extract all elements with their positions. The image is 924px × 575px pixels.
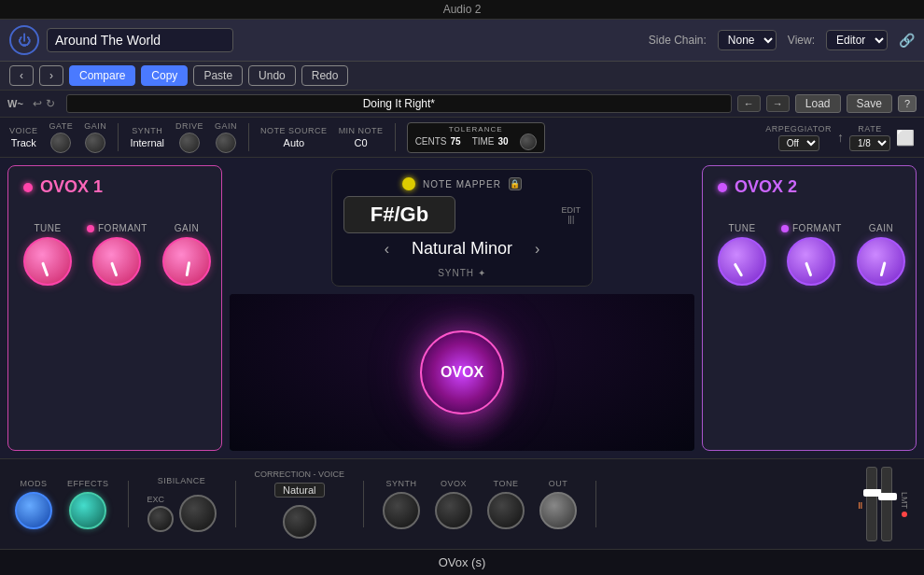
plugin-main: OVOX 1 TUNE FORMANT [0, 158, 924, 549]
out-label: OUT [549, 479, 568, 488]
fader-track [866, 467, 877, 541]
save-button[interactable]: Save [847, 94, 892, 113]
ovox1-led[interactable] [23, 183, 33, 192]
level-indicator: || [859, 500, 862, 509]
out-knob[interactable] [539, 492, 577, 529]
ovox1-panel: OVOX 1 TUNE FORMANT [7, 165, 222, 451]
synth-bottom-knob[interactable] [383, 492, 420, 529]
waves-toolbar: W~ ↩ ↻ ← → Load Save ? [0, 91, 924, 118]
arp-select[interactable]: Off [778, 135, 819, 151]
view-select[interactable]: Editor [826, 30, 888, 50]
ovox2-title: OVOX 2 [735, 177, 797, 197]
prev-preset-button[interactable]: ← [737, 95, 761, 112]
mods-knob[interactable] [15, 492, 52, 529]
redo-button[interactable]: Redo [301, 65, 349, 86]
tone-knob[interactable] [487, 492, 525, 529]
mods-label: MODS [21, 479, 48, 488]
copy-button[interactable]: Copy [141, 65, 188, 86]
waves-logo: W~ [7, 98, 23, 109]
footer: OVox (s) [0, 549, 924, 575]
params-bar: VOICE Track GATE GAIN SYNTH Internal DRI… [0, 118, 924, 158]
view-label: View: [788, 34, 815, 47]
lmt-led [902, 512, 907, 517]
note-mapper-area: NOTE MAPPER 🔒 F#/Gb EDIT||| ‹ Natural Mi… [331, 169, 593, 287]
rate-label: RATE [858, 124, 881, 133]
power-button[interactable]: ⏻ [9, 25, 39, 55]
note-mapper-led[interactable] [402, 177, 415, 190]
arp-up-icon[interactable]: ↑ [837, 130, 844, 145]
paste-button[interactable]: Paste [193, 65, 243, 86]
tolerance-knob[interactable] [520, 133, 537, 150]
synth-label-nm: SYNTH ✦ [438, 268, 486, 278]
preset-name-input[interactable] [66, 94, 732, 113]
gain2-knob[interactable] [216, 133, 236, 153]
ovox2-gain-knob[interactable] [857, 237, 905, 286]
load-button[interactable]: Load [795, 94, 841, 113]
ovox2-formant-led[interactable] [781, 225, 789, 232]
synth-label: SYNTH [132, 126, 162, 135]
ovox-bottom-knob[interactable] [435, 492, 472, 529]
min-note-value: C0 [355, 137, 368, 148]
fader-track-2 [881, 467, 892, 541]
correction-value: Natural [274, 483, 324, 498]
undo-icon[interactable]: ↩ [33, 97, 42, 110]
ovox1-tune-knob[interactable] [23, 237, 72, 286]
gain-knob[interactable] [85, 133, 105, 153]
gate-knob[interactable] [50, 133, 71, 153]
forward-button[interactable]: › [39, 65, 63, 86]
ovox2-led[interactable] [718, 183, 727, 192]
link-icon[interactable]: 🔗 [899, 33, 915, 48]
center-section: NOTE MAPPER 🔒 F#/Gb EDIT||| ‹ Natural Mi… [230, 165, 694, 451]
note-source-value: Auto [284, 137, 305, 148]
ovox1-title: OVOX 1 [40, 177, 103, 197]
ovox1-formant-knob[interactable] [92, 237, 141, 286]
rate-select[interactable]: 1/8 [849, 135, 890, 151]
window-title: Audio 2 [443, 3, 482, 16]
footer-label: OVox (s) [439, 555, 486, 569]
cents-value: 75 [451, 136, 461, 147]
gain-label: GAIN [84, 121, 106, 131]
edit-button[interactable]: EDIT||| [561, 205, 581, 224]
undo-button[interactable]: Undo [248, 65, 296, 86]
ovox2-formant-knob[interactable] [787, 237, 835, 286]
redo-icon[interactable]: ↻ [46, 97, 55, 110]
scale-next-button[interactable]: › [535, 241, 539, 258]
toolbar: ‹ › Compare Copy Paste Undo Redo [0, 62, 924, 91]
ovox1-tune-label: TUNE [34, 223, 61, 233]
note-mapper-label: NOTE MAPPER [423, 179, 501, 189]
back-button[interactable]: ‹ [9, 65, 34, 86]
ovox-sections: OVOX 1 TUNE FORMANT [0, 158, 924, 458]
note-source-label: NOTE SOURCE [260, 126, 328, 135]
help-button[interactable]: ? [898, 95, 917, 112]
bottom-controls: MODS EFFECTS SIBILANCE EXC CORRECTIO [0, 458, 924, 549]
drive-knob[interactable] [179, 133, 200, 153]
exc-label: EXC [147, 495, 165, 504]
ovox1-gain-knob[interactable] [162, 237, 211, 286]
ovox2-tune-knob[interactable] [718, 237, 766, 286]
min-note-label: MIN NOTE [339, 126, 384, 135]
ovox-circle-label: OVOX [441, 364, 483, 381]
ovox1-formant-led[interactable] [87, 225, 94, 232]
compare-button[interactable]: Compare [69, 65, 135, 86]
gate-label: GATE [49, 121, 74, 131]
arpeggiator-label: ARPEGGIATOR [765, 124, 832, 133]
sibilance-knob[interactable] [179, 495, 217, 532]
sidechain-select[interactable]: None [718, 30, 777, 50]
effects-knob[interactable] [69, 492, 106, 529]
scale-prev-button[interactable]: ‹ [385, 241, 389, 258]
fader-section: || LMT [859, 467, 909, 541]
expand-icon[interactable]: ⬜ [896, 129, 915, 147]
voice-value: Track [11, 137, 36, 148]
ovox1-gain-label: GAIN [175, 223, 199, 233]
correction-knob[interactable] [283, 505, 316, 539]
lock-icon[interactable]: 🔒 [509, 177, 522, 190]
correction-label: CORRECTION - VOICE [255, 470, 345, 479]
next-preset-button[interactable]: → [766, 95, 790, 112]
ovox-circle: OVOX [420, 330, 504, 414]
note-key-display[interactable]: F#/Gb [343, 196, 455, 233]
exc-knob[interactable] [147, 506, 174, 532]
time-label: TIME [472, 136, 495, 147]
preset-dropdown[interactable]: Around The World [47, 28, 233, 52]
fader-handle-2[interactable] [878, 493, 897, 500]
voice-label: VOICE [9, 126, 38, 135]
